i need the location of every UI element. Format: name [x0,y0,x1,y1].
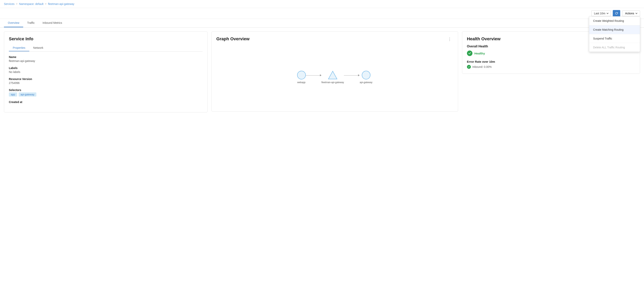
dropdown-item-label: Suspend Traffic [593,37,612,40]
actions-label: Actions [625,12,634,15]
dropdown-item-create-matching-routing[interactable]: Create Matching Routing [589,25,640,34]
dropdown-item-label: Create Weighted Routing [593,19,624,22]
svg-marker-0 [328,71,337,79]
triangle-wrapper [328,71,338,80]
graph-overview-title: Graph Overview [216,36,250,42]
graph-node-webapp: webapp [297,71,306,84]
checkmark-icon [468,52,471,55]
service-tab-network[interactable]: Network [29,45,47,51]
tab-overview[interactable]: Overview [4,19,23,27]
graph-edge-1 [306,75,322,76]
info-row-resource-version: Resource Version 2754996 [9,78,202,84]
main-tabs: Overview Traffic Inbound Metrics [0,19,644,28]
refresh-button[interactable] [613,10,620,17]
info-row-labels: Labels No labels [9,66,202,74]
info-label-name: Name [9,56,202,58]
health-status-text: Healthy [474,52,485,55]
breadcrumb: Services > Namespace: default > fleetman… [0,0,644,8]
node-label-webapp: webapp [297,81,306,84]
error-rate-section: Error Rate over 10m Inbound: 0.00% [467,60,635,69]
breadcrumb-services[interactable]: Services [4,2,14,6]
graph-node-api-gateway: api-gateway [360,71,372,84]
time-selector[interactable]: Last 10m [591,10,611,16]
selector-tag-api-gateway[interactable]: api-gateway [19,92,36,96]
node-circle-api-gateway [362,71,370,80]
service-info-title: Service Info [9,36,202,42]
info-value-selectors: app api-gateway [9,92,202,96]
service-info-card: Service Info Properties Network Name fle… [4,32,208,112]
dropdown-item-suspend-traffic[interactable]: Suspend Traffic [589,34,640,43]
breadcrumb-sep-1: > [16,2,18,5]
info-label-labels: Labels [9,66,202,70]
info-value-labels: No labels [9,70,202,74]
graph-overview-card: Graph Overview ⋮ webapp [212,32,458,112]
graph-canvas: webapp fleetman-api-gateway [216,48,453,107]
info-label-selectors: Selectors [9,88,202,92]
error-rate-inbound-text: Inbound: 0.00% [472,65,492,68]
actions-button[interactable]: Actions [622,10,640,16]
actions-container: Actions Create Weighted Routing Create M… [622,10,640,16]
dropdown-item-label: Create Matching Routing [593,28,624,31]
dropdown-item-delete-traffic-routing: Delete ALL Traffic Routing [589,43,640,52]
graph-node-fleetman: fleetman-api-gateway [322,71,344,84]
refresh-icon [615,12,618,15]
edge-line-2 [344,75,358,76]
service-tab-properties[interactable]: Properties [9,45,29,51]
dropdown-item-label: Delete ALL Traffic Routing [593,46,625,49]
info-value-resource-version: 2754996 [9,82,202,84]
breadcrumb-namespace[interactable]: Namespace: default [19,2,44,6]
node-label-fleetman: fleetman-api-gateway [322,81,344,84]
graph-header: Graph Overview ⋮ [216,36,453,45]
node-label-api-gateway: api-gateway [360,81,372,84]
info-label-created-at: Created at [9,100,202,104]
edge-arrow-1 [320,74,322,76]
main-content: Service Info Properties Network Name fle… [0,28,644,116]
error-rate-label: Error Rate over 10m [467,60,635,63]
error-rate-check-icon [467,65,471,69]
info-row-created-at: Created at [9,100,202,104]
service-info-tabs: Properties Network [9,45,202,52]
error-rate-row: Inbound: 0.00% [467,65,635,69]
actions-dropdown-menu: Create Weighted Routing Create Matching … [589,16,640,52]
edge-line-1 [306,75,320,76]
tab-inbound-metrics[interactable]: Inbound Metrics [38,19,66,27]
graph-menu-icon[interactable]: ⋮ [446,36,453,42]
info-value-name: fleetman-api-gateway [9,59,202,62]
time-selector-label: Last 10m [594,12,605,15]
header-bar: Last 10m Actions Create Weighted Routing… [0,8,644,19]
tab-traffic[interactable]: Traffic [23,19,38,27]
info-row-selectors: Selectors app api-gateway [9,88,202,96]
graph-nodes: webapp fleetman-api-gateway [297,71,372,84]
time-selector-chevron-icon [607,12,609,14]
info-label-resource-version: Resource Version [9,78,202,80]
selector-tag-app[interactable]: app [9,92,17,96]
node-triangle-svg [328,71,338,80]
node-circle-webapp [297,71,306,80]
breadcrumb-sep-2: > [45,2,46,5]
graph-edge-2 [344,75,360,76]
info-row-name: Name fleetman-api-gateway [9,56,202,62]
health-status-icon [467,50,472,56]
checkmark-sm-icon [468,66,470,68]
actions-chevron-icon [636,12,638,14]
breadcrumb-service-name[interactable]: fleetman-api-gateway [48,2,74,6]
edge-arrow-2 [358,74,360,76]
dropdown-item-create-weighted-routing[interactable]: Create Weighted Routing [589,16,640,25]
